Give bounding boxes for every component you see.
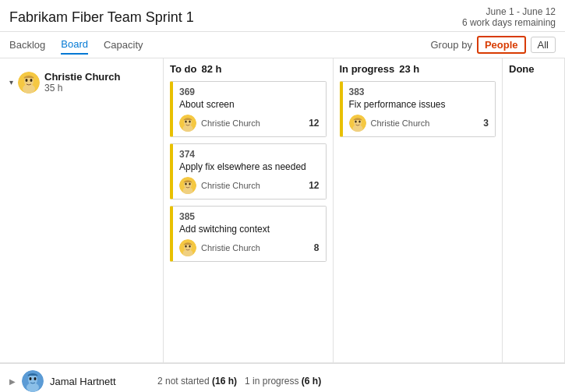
card-383[interactable]: 383 Fix performance issues <box>340 81 496 137</box>
person-hours-christie: 35 h <box>44 83 154 94</box>
card-id-369: 369 <box>179 87 320 97</box>
col-title-todo: To do <box>170 63 196 75</box>
card-num-374: 12 <box>309 180 319 191</box>
col-header-done: Done <box>509 63 558 75</box>
card-avatar-374 <box>179 177 196 194</box>
card-title-374: Apply fix elsewhere as needed <box>179 161 320 172</box>
svg-point-23 <box>355 120 356 122</box>
card-person-385: Christie Church <box>201 243 309 253</box>
card-369[interactable]: 369 About screen Chr <box>170 81 327 137</box>
card-num-385: 8 <box>314 242 320 253</box>
nav-board[interactable]: Board <box>61 35 88 55</box>
avatar-jamal <box>22 370 44 392</box>
svg-point-13 <box>185 182 186 185</box>
svg-point-8 <box>185 120 186 122</box>
col-hours-inprogress: 23 h <box>399 63 419 75</box>
card-num-369: 12 <box>309 118 319 129</box>
col-hours-todo: 82 h <box>201 63 221 75</box>
group-by-label: Group by <box>430 39 471 51</box>
person-row-christie: ▾ Christie Church 35 h <box>6 66 157 98</box>
svg-point-14 <box>189 182 190 185</box>
col-header-todo: To do 82 h <box>170 63 327 75</box>
card-footer-369: Christie Church 12 <box>179 115 320 132</box>
svg-point-4 <box>30 79 33 82</box>
all-button[interactable]: All <box>531 37 556 53</box>
card-footer-383: Christie Church 3 <box>349 115 489 132</box>
card-person-383: Christie Church <box>371 118 479 128</box>
card-id-374: 374 <box>179 149 320 160</box>
svg-point-18 <box>185 245 186 247</box>
svg-point-29 <box>34 377 37 380</box>
svg-point-2 <box>23 84 35 94</box>
nav-bar: Backlog Board Capacity Group by People A… <box>0 32 565 58</box>
svg-point-19 <box>189 245 190 247</box>
card-avatar-383 <box>349 115 366 132</box>
column-done: Done <box>503 58 565 362</box>
col-title-inprogress: In progress <box>340 63 395 75</box>
card-385[interactable]: 385 Add switching context <box>170 206 327 262</box>
svg-point-28 <box>30 377 32 380</box>
card-avatar-385 <box>179 239 196 256</box>
column-todo: To do 82 h 369 About screen <box>164 58 334 362</box>
sprint-info: June 1 - June 12 6 work days remaining <box>462 6 556 28</box>
person-name-christie: Christie Church <box>44 71 154 83</box>
card-title-369: About screen <box>179 99 320 110</box>
svg-point-24 <box>358 120 360 122</box>
card-footer-374: Christie Church 12 <box>179 177 320 194</box>
avatar-christie <box>18 72 40 94</box>
member-row-jamal: ▶ Jamal Hartnett 2 not started (16 h) 1 … <box>0 364 565 392</box>
card-footer-385: Christie Church 8 <box>179 239 320 256</box>
member-name-jamal: Jamal Hartnett <box>50 376 151 387</box>
nav-backlog[interactable]: Backlog <box>9 36 45 54</box>
page-title: Fabrikam Fiber Team Sprint 1 <box>9 9 194 26</box>
card-num-383: 3 <box>483 118 489 129</box>
group-by-controls: Group by People All <box>430 36 556 54</box>
col-title-done: Done <box>509 63 535 75</box>
sprint-days: 6 work days remaining <box>462 17 556 28</box>
card-374[interactable]: 374 Apply fix elsewhere as needed <box>170 143 327 200</box>
collapse-icon[interactable]: ▾ <box>9 78 13 87</box>
card-id-385: 385 <box>179 211 320 222</box>
card-title-385: Add switching context <box>179 224 320 235</box>
column-inprogress: In progress 23 h 383 Fix performance iss… <box>334 58 503 362</box>
member-stats-jamal: 2 not started (16 h) 1 in progress (6 h) <box>157 376 321 387</box>
card-person-369: Christie Church <box>201 118 304 128</box>
board-columns: To do 82 h 369 About screen <box>164 58 565 362</box>
header: Fabrikam Fiber Team Sprint 1 June 1 - Ju… <box>0 0 565 32</box>
person-info-christie: Christie Church 35 h <box>44 71 154 94</box>
card-title-383: Fix performance issues <box>349 99 489 110</box>
svg-point-9 <box>189 120 190 122</box>
people-button[interactable]: People <box>477 36 526 54</box>
card-person-374: Christie Church <box>201 181 304 190</box>
bottom-section: ▶ Jamal Hartnett 2 not started (16 h) 1 … <box>0 362 565 392</box>
top-section: ▾ Christie Church 35 h <box>0 58 565 362</box>
card-avatar-369 <box>179 115 196 132</box>
svg-point-27 <box>26 383 39 392</box>
svg-point-3 <box>26 79 28 82</box>
left-panel: ▾ Christie Church 35 h <box>0 58 164 362</box>
col-header-inprogress: In progress 23 h <box>340 63 496 75</box>
sprint-dates: June 1 - June 12 <box>462 6 556 17</box>
nav-capacity[interactable]: Capacity <box>104 36 143 54</box>
card-id-383: 383 <box>349 87 489 97</box>
expand-jamal[interactable]: ▶ <box>9 377 16 386</box>
